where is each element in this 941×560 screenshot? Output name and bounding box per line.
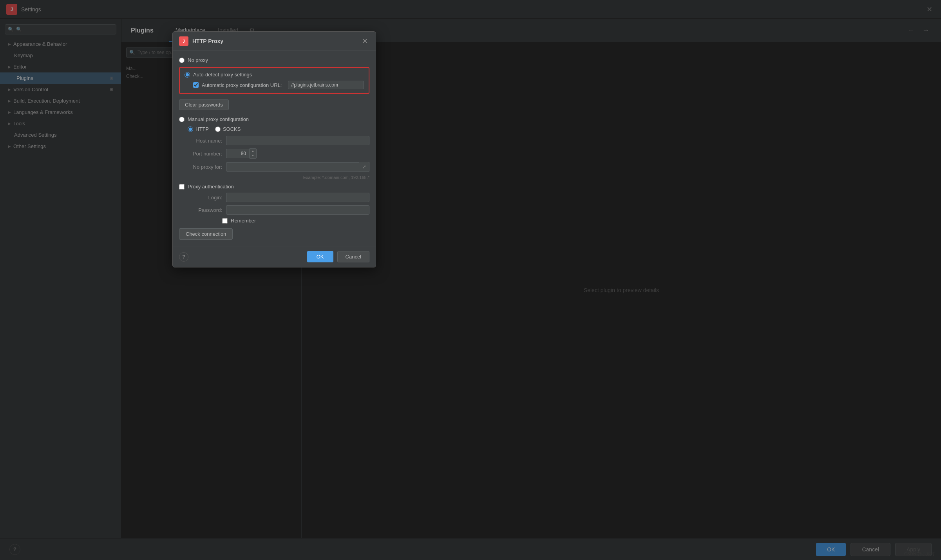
auto-detect-box: Auto-detect proxy settings Automatic pro… xyxy=(179,67,369,94)
port-input-wrap: ▲ ▼ xyxy=(226,148,257,159)
dialog-footer: ? OK Cancel xyxy=(173,246,376,267)
dialog-help-button[interactable]: ? xyxy=(179,252,188,262)
dialog-body: No proxy Auto-detect proxy settings Auto… xyxy=(173,51,376,246)
socks-radio[interactable] xyxy=(215,126,221,132)
port-number-row: Port number: ▲ ▼ xyxy=(179,148,369,159)
dialog-close-button[interactable]: ✕ xyxy=(360,36,369,46)
login-input[interactable] xyxy=(226,193,369,202)
port-increment-button[interactable]: ▲ xyxy=(250,149,256,154)
auto-config-label: Automatic proxy configuration URL: xyxy=(202,82,282,88)
proxy-url-input[interactable] xyxy=(288,81,364,89)
auto-config-checkbox[interactable] xyxy=(193,82,199,88)
port-number-label: Port number: xyxy=(179,151,226,157)
auto-detect-label: Auto-detect proxy settings xyxy=(193,72,252,78)
proxy-auth-checkbox[interactable] xyxy=(179,184,185,190)
dialog-ok-button[interactable]: OK xyxy=(307,251,333,262)
manual-proxy-row: Manual proxy configuration xyxy=(179,116,369,122)
dialog-title: HTTP Proxy xyxy=(192,38,223,44)
clear-passwords-wrap: Clear passwords xyxy=(179,99,369,115)
manual-proxy-section: Manual proxy configuration HTTP SOCKS Ho… xyxy=(179,116,369,180)
login-row: Login: xyxy=(179,193,369,202)
password-label: Password: xyxy=(179,207,226,213)
no-proxy-for-label: No proxy for: xyxy=(179,164,226,170)
manual-proxy-label: Manual proxy configuration xyxy=(188,116,249,122)
no-proxy-for-input[interactable] xyxy=(226,162,359,172)
socks-label: SOCKS xyxy=(223,126,241,132)
port-decrement-button[interactable]: ▼ xyxy=(250,154,256,158)
port-spinners: ▲ ▼ xyxy=(250,148,257,159)
http-proxy-dialog: J HTTP Proxy ✕ No proxy Auto-detect prox… xyxy=(172,31,376,267)
host-name-label: Host name: xyxy=(179,138,226,144)
dialog-header: J HTTP Proxy ✕ xyxy=(173,32,376,51)
remember-checkbox[interactable] xyxy=(222,218,228,224)
manual-proxy-radio[interactable] xyxy=(179,117,185,122)
remember-label: Remember xyxy=(231,218,256,224)
dialog-overlay: J HTTP Proxy ✕ No proxy Auto-detect prox… xyxy=(0,0,941,560)
no-proxy-for-row: No proxy for: ⤢ xyxy=(179,162,369,172)
host-name-row: Host name: xyxy=(179,136,369,145)
dialog-cancel-button[interactable]: Cancel xyxy=(337,251,369,262)
no-proxy-label: No proxy xyxy=(188,57,208,63)
proxy-auth-row: Proxy authentication xyxy=(179,184,369,190)
http-label: HTTP xyxy=(195,126,209,132)
port-input[interactable] xyxy=(226,149,250,158)
host-name-input[interactable] xyxy=(226,136,369,145)
no-proxy-expand-button[interactable]: ⤢ xyxy=(359,162,369,172)
password-row: Password: xyxy=(179,205,369,215)
login-label: Login: xyxy=(179,195,226,201)
http-radio[interactable] xyxy=(188,126,193,132)
proxy-auth-section: Proxy authentication Login: Password: Re… xyxy=(179,184,369,224)
proxy-auth-label: Proxy authentication xyxy=(188,184,234,190)
auto-detect-row: Auto-detect proxy settings xyxy=(185,72,364,78)
clear-passwords-button[interactable]: Clear passwords xyxy=(179,99,229,110)
password-input[interactable] xyxy=(226,205,369,215)
dialog-footer-actions: OK Cancel xyxy=(307,251,369,262)
auto-config-row: Automatic proxy configuration URL: xyxy=(193,81,364,89)
example-hint: Example: *.domain.com, 192.168.* xyxy=(179,175,369,180)
dialog-app-icon: J xyxy=(179,36,188,46)
auto-detect-radio[interactable] xyxy=(185,72,190,78)
http-socks-row: HTTP SOCKS xyxy=(188,126,369,132)
no-proxy-row: No proxy xyxy=(179,57,369,63)
check-connection-button[interactable]: Check connection xyxy=(179,228,233,240)
remember-row: Remember xyxy=(222,218,369,224)
no-proxy-radio[interactable] xyxy=(179,58,185,63)
